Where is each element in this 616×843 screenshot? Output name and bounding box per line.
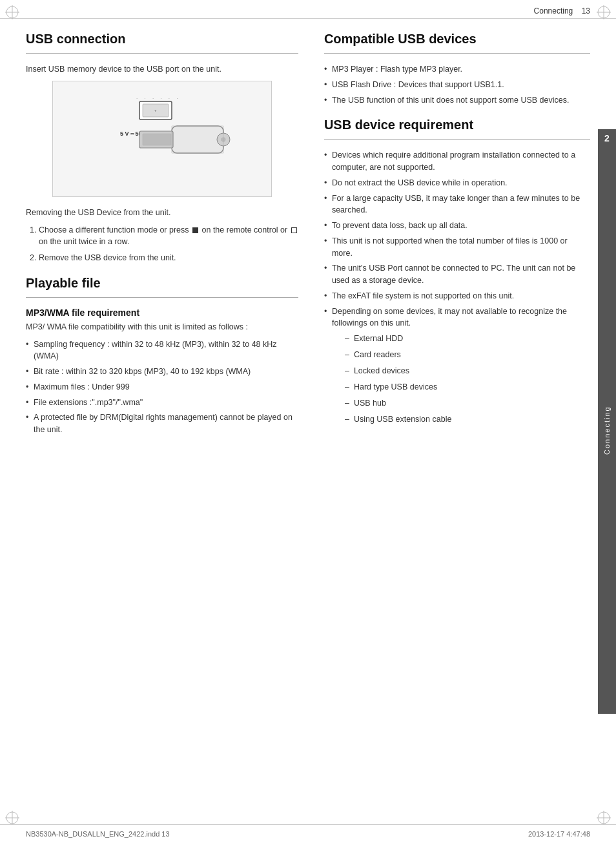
crosshair-top-right	[597, 5, 611, 19]
svg-rect-19	[143, 134, 171, 145]
svg-rect-17	[172, 126, 223, 153]
compatible-item-3: The USB function of this unit does not s…	[324, 94, 590, 107]
top-bar: Connecting 13	[0, 0, 616, 19]
usb-connection-intro: Insert USB memory device to the USB port…	[26, 63, 298, 76]
req-item-2: Do not extract the USB device while in o…	[324, 177, 590, 189]
req-item-1: Devices which require additional program…	[324, 149, 590, 174]
compatible-item-1: MP3 Player : Flash type MP3 player.	[324, 63, 590, 76]
playable-section-divider	[26, 297, 298, 298]
right-column: Compatible USB devices MP3 Player : Flas…	[318, 32, 590, 444]
sub-item-1: External HDD	[345, 332, 590, 345]
page-header: Connecting 13	[534, 6, 590, 16]
mp3-heading: MP3/WMA file requirement	[26, 307, 298, 318]
page: Connecting 13 2 Connecting USB connectio…	[0, 0, 616, 843]
compatible-divider	[324, 53, 590, 54]
stop-icon	[192, 227, 198, 233]
sub-item-4: Hard type USB devices	[345, 380, 590, 393]
usb-diagram-svg: . . . . . . + 5 V ⎓ 500 mA	[72, 87, 252, 191]
requirement-divider	[324, 139, 590, 140]
crosshair-bottom-right	[597, 811, 611, 825]
req-item-8: Depending on some devices, it may not av…	[324, 306, 590, 426]
page-number: 13	[582, 6, 590, 16]
bottom-right-text: 2013-12-17 4:47:48	[528, 830, 590, 838]
chapter-number: 2	[598, 129, 616, 147]
main-content: USB connection Insert USB memory device …	[0, 19, 616, 457]
bottom-left-text: NB3530A-NB_DUSALLN_ENG_2422.indd 13	[26, 830, 170, 838]
req-item-3: For a large capacity USB, it may take lo…	[324, 193, 590, 217]
removing-label: Removing the USB Device from the unit.	[26, 207, 298, 219]
sub-item-6: Using USB extension cable	[345, 413, 590, 426]
compatible-usb-heading: Compatible USB devices	[324, 32, 590, 47]
usb-step-1: Choose a different function mode or pres…	[39, 224, 298, 249]
stop-box-icon	[291, 227, 297, 233]
usb-steps-list: Choose a different function mode or pres…	[39, 224, 298, 264]
svg-text:+: +	[154, 109, 157, 112]
req-item-5: This unit is not supported when the tota…	[324, 235, 590, 260]
compatible-usb-list: MP3 Player : Flash type MP3 player. USB …	[324, 63, 590, 106]
compatible-item-2: USB Flash Drive : Devices that support U…	[324, 79, 590, 91]
sub-item-2: Card readers	[345, 348, 590, 361]
req-item-7: The exFAT file system is not supported o…	[324, 290, 590, 302]
usb-requirement-section: USB device requirement Devices which req…	[324, 118, 590, 426]
usb-requirement-list: Devices which require additional program…	[324, 149, 590, 426]
usb-step-2: Remove the USB device from the unit.	[39, 252, 298, 264]
svg-text:. . . . . .: . . . . . .	[136, 94, 180, 100]
req-item-4: To prevent data loss, back up all data.	[324, 220, 590, 232]
section-divider	[26, 53, 298, 54]
playable-file-section: Playable file MP3/WMA file requirement M…	[26, 276, 298, 436]
compatible-usb-section: Compatible USB devices MP3 Player : Flas…	[324, 32, 590, 106]
chapter-label: Connecting	[534, 6, 573, 16]
crosshair-bottom-left	[5, 811, 19, 825]
mp3-intro: MP3/ WMA file compatibility with this un…	[26, 321, 298, 333]
usb-requirement-heading: USB device requirement	[324, 118, 590, 132]
mp3-item-2: Bit rate : within 32 to 320 kbps (MP3), …	[26, 366, 298, 378]
usb-connection-heading: USB connection	[26, 32, 298, 47]
bottom-bar: NB3530A-NB_DUSALLN_ENG_2422.indd 13 2013…	[0, 824, 616, 843]
mp3-item-3: Maximum files : Under 999	[26, 381, 298, 393]
sub-item-3: Locked devices	[345, 364, 590, 377]
sub-items-list: External HDD Card readers Locked devices…	[345, 332, 590, 426]
playable-file-heading: Playable file	[26, 276, 298, 291]
mp3-item-5: A protected file by DRM(Digital rights m…	[26, 411, 298, 436]
usb-illustration: . . . . . . + 5 V ⎓ 500 mA	[52, 81, 272, 197]
chapter-side-label: Connecting	[598, 147, 616, 714]
left-column: USB connection Insert USB memory device …	[26, 32, 318, 444]
mp3-item-4: File extensions :".mp3"/".wma"	[26, 397, 298, 409]
mp3-items-list: Sampling frequency : within 32 to 48 kHz…	[26, 338, 298, 436]
req-item-6: The unit's USB Port cannot be connected …	[324, 262, 590, 287]
side-tab-container: 2 Connecting	[598, 129, 616, 714]
sub-item-5: USB hub	[345, 397, 590, 410]
mp3-item-1: Sampling frequency : within 32 to 48 kHz…	[26, 338, 298, 363]
crosshair-top-left	[5, 5, 19, 19]
usb-connection-section: USB connection Insert USB memory device …	[26, 32, 298, 264]
